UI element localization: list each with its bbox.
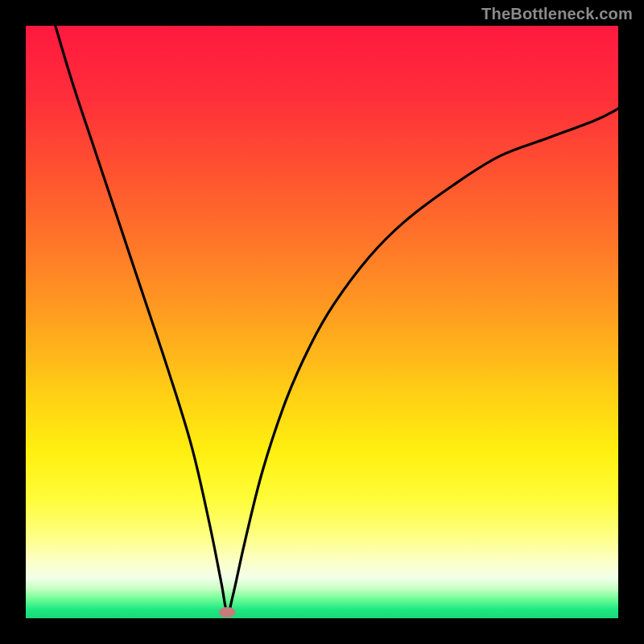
watermark-label: TheBottleneck.com	[481, 5, 633, 23]
optimal-point-marker	[219, 607, 236, 617]
bottleneck-chart	[0, 0, 644, 644]
chart-container: TheBottleneck.com	[0, 0, 644, 644]
